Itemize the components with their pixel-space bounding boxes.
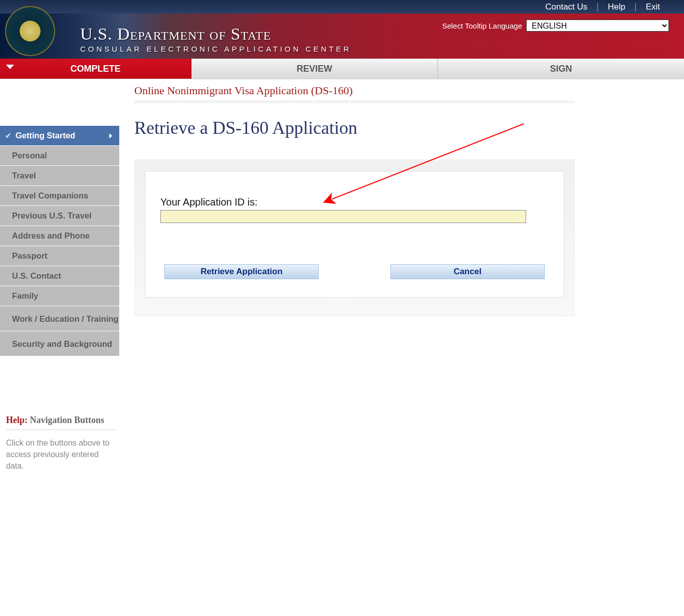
help-box: Help: Navigation Buttons Click on the bu… — [0, 409, 123, 478]
main-content: Online Nonimmigrant Visa Application (DS… — [119, 79, 575, 478]
caret-right-icon — [109, 133, 112, 138]
sidebar-item-label: Address and Phone — [12, 231, 90, 241]
sidebar-item-personal[interactable]: Personal — [0, 146, 119, 166]
retrieve-application-button[interactable]: Retrieve Application — [164, 264, 319, 279]
separator — [134, 100, 575, 103]
sidebar-item-travel-companions[interactable]: Travel Companions — [0, 186, 119, 206]
sidebar-item-getting-started[interactable]: ✔ Getting Started — [0, 126, 119, 146]
tab-complete-label: COMPLETE — [70, 64, 120, 74]
sidebar-item-work-education[interactable]: Work / Education / Training — [0, 306, 119, 331]
help-link[interactable]: Help — [599, 2, 634, 12]
tab-review-label: REVIEW — [297, 64, 332, 74]
tab-sign[interactable]: SIGN — [438, 59, 684, 79]
sidebar-item-label: Passport — [12, 251, 48, 261]
sidebar-item-label: Getting Started — [16, 131, 75, 140]
language-select[interactable]: ENGLISH — [526, 20, 669, 32]
sidebar-item-security-background[interactable]: Security and Background — [0, 331, 119, 356]
sidebar-item-passport[interactable]: Passport — [0, 246, 119, 266]
sidebar-item-label: Travel Companions — [12, 191, 88, 200]
sidebar-item-travel[interactable]: Travel — [0, 166, 119, 186]
sidebar-item-label: Personal — [12, 151, 47, 160]
sidebar: ✔ Getting Started Personal Travel Travel… — [0, 79, 119, 478]
page-title: Retrieve a DS-160 Application — [134, 117, 575, 138]
language-selector: Select Tooltip Language ENGLISH — [442, 20, 669, 32]
state-seal-icon — [5, 6, 55, 56]
help-label: Help: — [6, 415, 28, 425]
help-title: Help: Navigation Buttons — [6, 415, 117, 430]
top-utility-bar: Contact Us | Help | Exit — [0, 0, 684, 14]
cancel-button[interactable]: Cancel — [390, 264, 545, 279]
help-body: Click on the buttons above to access pre… — [6, 437, 117, 472]
tab-review[interactable]: REVIEW — [191, 59, 438, 79]
language-label: Select Tooltip Language — [442, 22, 522, 30]
sidebar-item-label: Security and Background — [12, 339, 112, 349]
help-subject: Navigation Buttons — [28, 415, 104, 425]
header-banner: U.S. Department of State CONSULAR ELECTR… — [0, 14, 684, 59]
sidebar-item-family[interactable]: Family — [0, 286, 119, 306]
exit-link[interactable]: Exit — [637, 2, 669, 12]
sidebar-item-label: Family — [12, 291, 38, 301]
tab-complete[interactable]: COMPLETE — [0, 59, 191, 79]
contact-us-link[interactable]: Contact Us — [536, 2, 596, 12]
sidebar-item-us-contact[interactable]: U.S. Contact — [0, 266, 119, 286]
breadcrumb: Online Nonimmigrant Visa Application (DS… — [134, 84, 575, 100]
button-row: Retrieve Application Cancel — [160, 264, 549, 279]
sidebar-item-label: Previous U.S. Travel — [12, 211, 92, 221]
application-id-label: Your Application ID is: — [160, 196, 549, 208]
form-panel: Your Application ID is: Retrieve Applica… — [134, 159, 575, 316]
department-title: U.S. Department of State CONSULAR ELECTR… — [65, 20, 351, 53]
sidebar-item-previous-us-travel[interactable]: Previous U.S. Travel — [0, 206, 119, 226]
sidebar-item-label: Travel — [12, 171, 36, 180]
form-inner: Your Application ID is: Retrieve Applica… — [145, 171, 564, 298]
sidebar-item-label: U.S. Contact — [12, 271, 61, 281]
dropdown-arrow-icon — [6, 65, 14, 69]
tab-sign-label: SIGN — [550, 64, 572, 74]
sidebar-item-label: Work / Education / Training — [12, 314, 118, 324]
sidebar-item-address-phone[interactable]: Address and Phone — [0, 226, 119, 246]
dept-main-title: U.S. Department of State — [65, 20, 351, 44]
check-icon: ✔ — [5, 131, 12, 140]
application-id-input[interactable] — [160, 210, 526, 223]
dept-sub-title: CONSULAR ELECTRONIC APPLICATION CENTER — [80, 45, 351, 53]
main-tabs: COMPLETE REVIEW SIGN — [0, 59, 684, 79]
